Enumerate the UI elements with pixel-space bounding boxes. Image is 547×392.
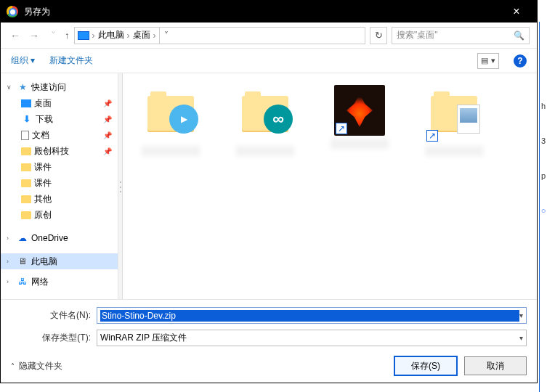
sidebar-item-folder[interactable]: 课件 bbox=[1, 175, 118, 191]
sidebar-item-desktop[interactable]: 桌面📌 bbox=[1, 95, 118, 111]
pin-icon: 📌 bbox=[103, 115, 112, 123]
sidebar-item-downloads[interactable]: ⬇下载📌 bbox=[1, 111, 118, 127]
shortcut-arrow-icon: ↗ bbox=[336, 123, 347, 134]
back-button[interactable]: ← bbox=[8, 30, 23, 41]
up-button[interactable]: ↑ bbox=[65, 30, 70, 41]
window-title: 另存为 bbox=[24, 6, 502, 18]
sidebar-item-folder[interactable]: 其他 bbox=[1, 191, 118, 207]
path-sep-icon: › bbox=[127, 30, 130, 41]
shortcut-arrow-icon: ↗ bbox=[426, 130, 438, 142]
search-placeholder: 搜索"桌面" bbox=[397, 29, 438, 41]
path-leaf[interactable]: 桌面 bbox=[133, 29, 150, 41]
sidebar-item-folder[interactable]: 课件 bbox=[1, 159, 118, 175]
search-icon: 🔍 bbox=[514, 30, 524, 41]
pin-icon: 📌 bbox=[103, 131, 112, 139]
recent-dropdown[interactable]: ˅ bbox=[46, 30, 60, 41]
search-input[interactable]: 搜索"桌面" 🔍 bbox=[392, 27, 530, 44]
sidebar-item-network[interactable]: ›🖧网络 bbox=[1, 274, 118, 290]
close-button[interactable]: × bbox=[502, 5, 531, 18]
sidebar-item-folder[interactable]: 殿创科技📌 bbox=[1, 143, 118, 159]
save-button[interactable]: 保存(S) bbox=[394, 356, 457, 375]
path-root[interactable]: 此电脑 bbox=[98, 29, 124, 41]
path-sep-icon: › bbox=[153, 30, 156, 41]
sidebar-tree: ∨★快速访问 桌面📌 ⬇下载📌 文档📌 殿创科技📌 课件 课件 其他 原创 ›☁… bbox=[1, 73, 118, 299]
folder-item[interactable] bbox=[134, 85, 207, 156]
chrome-icon bbox=[7, 6, 18, 17]
organize-menu[interactable]: 组织 ▾ bbox=[11, 54, 35, 67]
sidebar-item-folder[interactable]: 原创 bbox=[1, 207, 118, 223]
new-folder-button[interactable]: 新建文件夹 bbox=[49, 54, 93, 67]
shortcut-item[interactable]: ↗ bbox=[323, 85, 396, 149]
chevron-down-icon[interactable]: ▾ bbox=[519, 311, 523, 319]
sidebar-item-documents[interactable]: 文档📌 bbox=[1, 127, 118, 143]
chevron-down-icon[interactable]: ▾ bbox=[519, 334, 523, 342]
nav-bar: ← → ˅ ↑ › 此电脑 › 桌面 › ˅ ↻ 搜索"桌面" 🔍 bbox=[1, 23, 537, 49]
toolbar: 组织 ▾ 新建文件夹 ▤ ▾ ? bbox=[1, 49, 537, 73]
filename-input[interactable]: Stino-Stino-Dev.zip ▾ bbox=[97, 307, 527, 324]
address-bar[interactable]: › 此电脑 › 桌面 › ˅ bbox=[74, 27, 366, 44]
folder-item[interactable] bbox=[229, 85, 301, 156]
file-list[interactable]: ↗ ↗ bbox=[123, 73, 537, 299]
sidebar-item-onedrive[interactable]: ›☁OneDrive bbox=[1, 230, 118, 246]
refresh-button[interactable]: ↻ bbox=[370, 27, 387, 44]
pin-icon: 📌 bbox=[103, 147, 112, 155]
hide-folders-toggle[interactable]: ˄ 隐藏文件夹 bbox=[11, 360, 62, 372]
sidebar-item-this-pc[interactable]: ›🖥此电脑 bbox=[1, 253, 118, 269]
shortcut-item[interactable]: ↗ bbox=[418, 85, 490, 156]
footer: 文件名(N): Stino-Stino-Dev.zip ▾ 保存类型(T): W… bbox=[1, 299, 537, 383]
forward-button[interactable]: → bbox=[27, 30, 41, 41]
chevron-up-icon: ˄ bbox=[11, 362, 15, 370]
sidebar-item-quick-access[interactable]: ∨★快速访问 bbox=[1, 79, 118, 95]
path-sep-icon: › bbox=[92, 30, 95, 41]
pin-icon: 📌 bbox=[103, 99, 112, 107]
pc-icon bbox=[78, 31, 89, 40]
path-dropdown[interactable]: ˅ bbox=[159, 28, 174, 44]
filetype-label: 保存类型(T): bbox=[11, 332, 91, 344]
view-mode-button[interactable]: ▤ ▾ bbox=[477, 53, 499, 69]
cancel-button[interactable]: 取消 bbox=[464, 356, 527, 375]
filetype-select[interactable]: WinRAR ZIP 压缩文件 ▾ bbox=[97, 330, 527, 346]
filename-label: 文件名(N): bbox=[11, 309, 91, 322]
title-bar: 另存为 × bbox=[1, 1, 537, 23]
background-window-edge: h 3 p ○ bbox=[539, 22, 547, 392]
help-button[interactable]: ? bbox=[514, 54, 527, 68]
